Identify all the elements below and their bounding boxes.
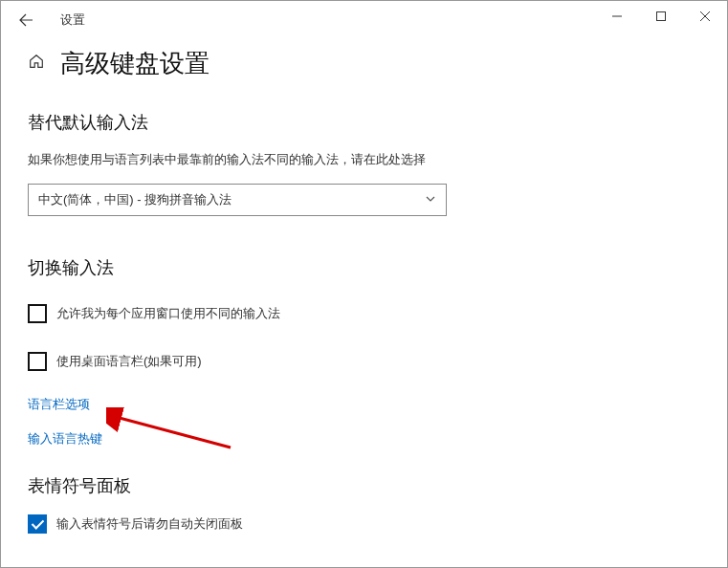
back-button[interactable]: [11, 5, 41, 35]
checkbox-desktop-langbar[interactable]: 使用桌面语言栏(如果可用): [28, 352, 700, 371]
section-default-ime: 替代默认输入法 如果你想使用与语言列表中最靠前的输入法不同的输入法，请在此处选择…: [28, 111, 700, 216]
minimize-button[interactable]: [595, 1, 639, 32]
checkbox-icon: [28, 304, 47, 323]
back-arrow-icon: [18, 12, 33, 28]
titlebar: 设置: [1, 1, 727, 39]
section1-title: 替代默认输入法: [28, 111, 700, 134]
page-title: 高级键盘设置: [60, 47, 210, 80]
chevron-down-icon: [425, 193, 436, 208]
checkbox-label: 使用桌面语言栏(如果可用): [56, 353, 202, 370]
link-input-hotkeys[interactable]: 输入语言热键: [28, 430, 700, 448]
default-ime-dropdown[interactable]: 中文(简体，中国) - 搜狗拼音输入法: [28, 184, 447, 216]
checkbox-per-app-ime[interactable]: 允许我为每个应用窗口使用不同的输入法: [28, 304, 700, 323]
section-emoji-panel: 表情符号面板 输入表情符号后请勿自动关闭面板: [28, 474, 700, 534]
section3-title: 表情符号面板: [28, 474, 700, 497]
link-language-bar-options[interactable]: 语言栏选项: [28, 396, 700, 413]
checkbox-icon: [28, 352, 47, 371]
window-title: 设置: [60, 11, 85, 29]
checkbox-icon: [28, 514, 47, 534]
maximize-button[interactable]: [639, 1, 683, 32]
section-switch-ime: 切换输入法 允许我为每个应用窗口使用不同的输入法 使用桌面语言栏(如果可用) 语…: [28, 256, 700, 448]
dropdown-value: 中文(简体，中国) - 搜狗拼音输入法: [38, 191, 232, 208]
close-button[interactable]: [683, 1, 727, 32]
home-icon[interactable]: [28, 53, 45, 75]
checkbox-label: 允许我为每个应用窗口使用不同的输入法: [56, 305, 280, 322]
section2-title: 切换输入法: [28, 256, 700, 279]
content-area: 高级键盘设置 替代默认输入法 如果你想使用与语言列表中最靠前的输入法不同的输入法…: [1, 39, 727, 534]
checkbox-label: 输入表情符号后请勿自动关闭面板: [56, 515, 243, 533]
checkbox-emoji-autoclose[interactable]: 输入表情符号后请勿自动关闭面板: [28, 514, 700, 534]
svg-rect-1: [657, 12, 666, 21]
section1-desc: 如果你想使用与语言列表中最靠前的输入法不同的输入法，请在此处选择: [28, 151, 700, 168]
